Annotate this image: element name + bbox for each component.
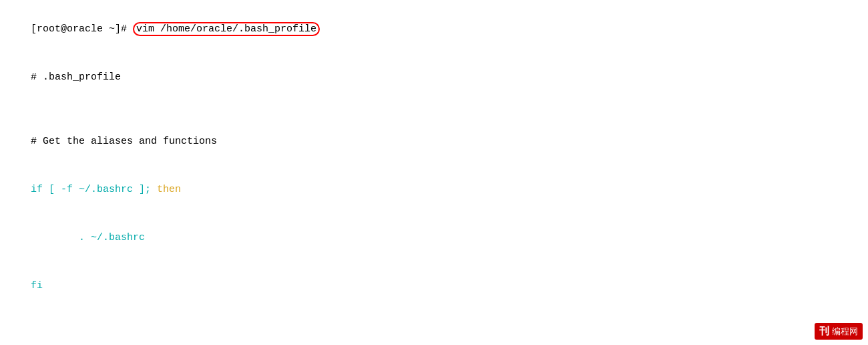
comment-text-2: # Get the aliases and functions (31, 136, 217, 147)
if-line: if [ -f ~/.bashrc ]; then (7, 166, 861, 214)
fi-line: fi (7, 262, 861, 310)
source-text: . ~/.bashrc (31, 232, 145, 243)
then-keyword: then (157, 184, 181, 195)
get-aliases-comment: # Get the aliases and functions (7, 118, 861, 166)
user-specific-comment: # User specific environment and startup … (7, 326, 861, 345)
if-text: if [ -f ~/.bashrc ]; (31, 184, 157, 195)
command-line: [root@oracle ~]# vim /home/oracle/.bash_… (7, 5, 861, 53)
blank-line-1 (7, 102, 861, 118)
comment-text: # .bash_profile (31, 72, 121, 83)
fi-text: fi (31, 280, 43, 292)
prompt: [root@oracle ~]# (31, 23, 133, 35)
watermark-text: 编程网 (832, 326, 858, 338)
bash-profile-comment: # .bash_profile (7, 53, 861, 102)
blank-line-2 (7, 310, 861, 326)
source-line: . ~/.bashrc (7, 214, 861, 262)
terminal: [root@oracle ~]# vim /home/oracle/.bash_… (0, 0, 868, 345)
watermark: 刊 编程网 (815, 323, 863, 340)
command-highlight: vim /home/oracle/.bash_profile (133, 22, 320, 36)
watermark-icon: 刊 (819, 325, 829, 338)
